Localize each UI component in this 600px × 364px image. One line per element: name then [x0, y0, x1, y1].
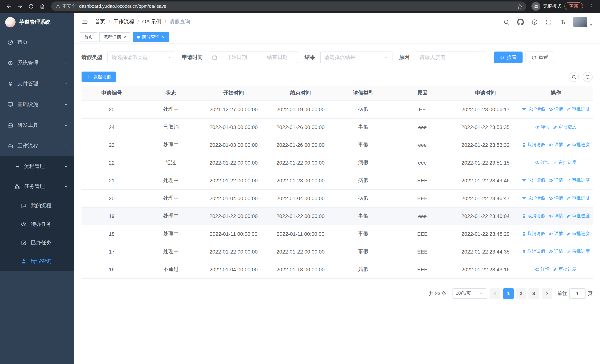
progress-link[interactable]: 审批进度: [553, 266, 576, 273]
not-secure-chip[interactable]: 不安全: [56, 3, 76, 9]
workspace: 芋道管理系统 首页 系统管理 ¥ 支付管理 基础设施 研发工具 工作流程 流程管…: [0, 13, 600, 364]
font-size-icon[interactable]: [557, 16, 568, 28]
detail-link[interactable]: 详情: [548, 142, 563, 148]
detail-link[interactable]: 详情: [548, 177, 563, 184]
cancel-leave-link[interactable]: 取消请假: [522, 142, 545, 148]
sidebar-item[interactable]: 工作流程: [0, 136, 74, 156]
sidebar-item[interactable]: 研发工具: [0, 115, 74, 136]
detail-link[interactable]: 详情: [548, 231, 563, 237]
prev-page-button[interactable]: [490, 288, 500, 299]
create-leave-button[interactable]: 发起请假: [82, 72, 116, 82]
breadcrumb-item[interactable]: 首页: [95, 19, 105, 25]
progress-link[interactable]: 审批进度: [566, 195, 590, 201]
warning-icon: [56, 4, 60, 9]
sidebar-item[interactable]: 待办任务: [0, 215, 74, 233]
cell-start-time: 2022-01-22 00:00:00: [209, 249, 258, 255]
detail-link[interactable]: 详情: [535, 266, 550, 273]
browser-home-button[interactable]: [37, 1, 47, 11]
reason-input[interactable]: [415, 52, 487, 63]
breadcrumb-item[interactable]: 工作流程: [113, 19, 134, 25]
browser-forward-button[interactable]: [15, 1, 25, 11]
tab-0[interactable]: 首页: [80, 32, 97, 42]
sidebar-item[interactable]: ¥ 支付管理: [0, 73, 74, 94]
tab-1[interactable]: 流程详情 ×: [99, 32, 130, 42]
user-avatar-menu[interactable]: [573, 17, 593, 27]
cancel-leave-link[interactable]: 取消请假: [522, 106, 545, 112]
goto-page-input[interactable]: [569, 288, 586, 299]
browser-back-button[interactable]: [4, 1, 14, 11]
breadcrumb-item[interactable]: OA 示例: [142, 19, 161, 25]
chevron-up-icon: [64, 184, 68, 189]
app-logo[interactable]: 芋道管理系统: [0, 13, 74, 32]
table-toolbar: 发起请假: [82, 72, 593, 82]
detail-link[interactable]: 详情: [548, 249, 563, 255]
sidebar-item[interactable]: 系统管理: [0, 53, 74, 73]
progress-link[interactable]: 审批进度: [566, 213, 590, 219]
detail-link[interactable]: 详情: [548, 106, 563, 112]
sidebar-item[interactable]: 请假查询: [0, 252, 74, 271]
sidebar-item[interactable]: 基础设施: [0, 94, 74, 115]
sidebar-item[interactable]: 首页: [0, 32, 74, 53]
cell-status: 处理中: [163, 177, 179, 183]
next-page-button[interactable]: [542, 288, 552, 299]
sidebar-item[interactable]: 任务管理: [0, 177, 74, 196]
progress-link[interactable]: 审批进度: [566, 142, 590, 148]
cell-id: 18: [109, 231, 114, 237]
column-header: 结束时间: [267, 86, 334, 101]
address-bar[interactable]: 不安全 dashboard.yudao.iocoder.cn/bpm/oa/le…: [51, 1, 526, 11]
cancel-leave-link[interactable]: 取消请假: [522, 231, 545, 237]
sidebar-item[interactable]: 已办任务: [0, 233, 74, 252]
page-button-3[interactable]: 3: [528, 288, 539, 299]
cell-operations: 取消请假详情审批进度: [519, 207, 593, 225]
tab-2[interactable]: 请假查询 ×: [132, 32, 169, 42]
leave-type-select[interactable]: 请选择请假类型: [107, 52, 175, 63]
apply-time-range-picker[interactable]: 开始日期 - 结束日期: [208, 52, 298, 63]
search-icon[interactable]: [501, 16, 512, 28]
cell-reason: eee: [418, 142, 427, 148]
detail-link[interactable]: 详情: [548, 213, 563, 219]
progress-link[interactable]: 审批进度: [566, 231, 590, 237]
apply-time-label: 申请时间: [182, 54, 203, 61]
chevron-up-icon: [64, 144, 68, 148]
cell-end-time: 2022-01-22 00:00:00: [276, 160, 325, 166]
page-button-1[interactable]: 1: [503, 288, 514, 299]
cell-leave-type: 病假: [358, 195, 369, 201]
cell-status: 通过: [166, 159, 176, 165]
progress-link[interactable]: 审批进度: [553, 124, 576, 130]
fullscreen-icon[interactable]: [543, 16, 554, 28]
reset-button[interactable]: 重置: [525, 52, 554, 63]
help-icon[interactable]: [529, 16, 540, 28]
bookmark-star-button[interactable]: [515, 2, 524, 11]
table-row: 25 处理中 2021-12-27 00:00:00 2022-01-19 00…: [82, 101, 593, 118]
progress-link[interactable]: 审批进度: [566, 177, 590, 184]
sidebar-collapse-icon[interactable]: [79, 16, 91, 28]
browser-update-button[interactable]: 更新: [564, 2, 583, 10]
result-select[interactable]: 请选择流结果: [320, 52, 393, 63]
detail-link[interactable]: 详情: [535, 124, 550, 130]
detail-link[interactable]: 详情: [535, 159, 550, 166]
detail-link[interactable]: 详情: [548, 195, 563, 201]
progress-link[interactable]: 审批进度: [566, 249, 590, 255]
cancel-leave-link[interactable]: 取消请假: [522, 177, 545, 184]
app-title: 芋道管理系统: [19, 19, 50, 26]
close-icon[interactable]: ×: [162, 35, 165, 39]
search-toggle-button[interactable]: [569, 72, 579, 82]
search-icon: [500, 55, 505, 60]
sidebar-item[interactable]: 我的流程: [0, 196, 74, 215]
cancel-leave-link[interactable]: 取消请假: [522, 195, 545, 201]
page-size-select[interactable]: 10条/页: [452, 288, 487, 299]
sidebar-item[interactable]: 流程管理: [0, 156, 74, 177]
browser-menu-icon[interactable]: [586, 1, 596, 11]
refresh-table-button[interactable]: [582, 72, 593, 82]
cancel-leave-link[interactable]: 取消请假: [522, 249, 545, 255]
page-button-2[interactable]: 2: [516, 288, 526, 299]
close-icon[interactable]: ×: [123, 35, 126, 39]
browser-reload-button[interactable]: [26, 1, 36, 11]
cancel-leave-link[interactable]: 取消请假: [522, 213, 545, 219]
github-icon[interactable]: [515, 16, 526, 28]
progress-link[interactable]: 审批进度: [553, 159, 576, 166]
progress-link[interactable]: 审批进度: [566, 106, 590, 112]
briefcase-icon: [7, 143, 13, 149]
cell-reason: eee: [418, 213, 427, 219]
search-button[interactable]: 搜索: [494, 52, 523, 63]
